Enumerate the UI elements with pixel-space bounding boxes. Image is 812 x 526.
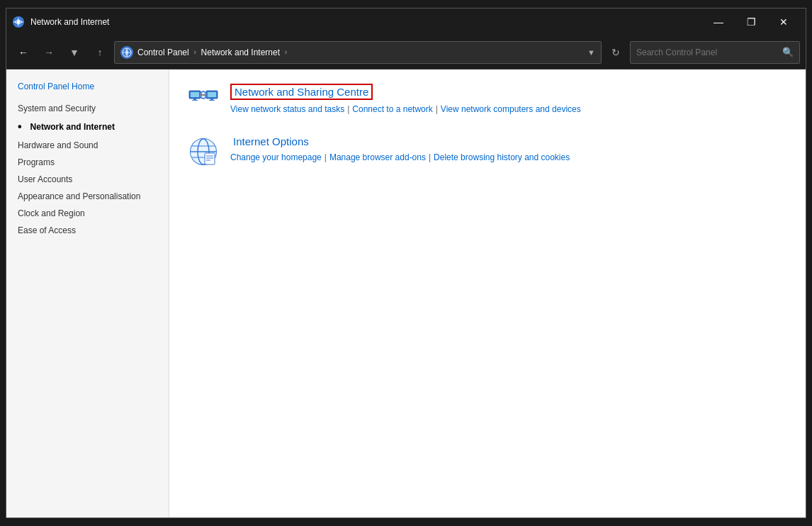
up-button[interactable]: ↑ <box>89 41 111 64</box>
programs-link[interactable]: Programs <box>18 157 55 167</box>
svg-rect-4 <box>191 92 199 97</box>
separator-4: | <box>429 152 431 162</box>
sidebar-home-link[interactable]: Control Panel Home <box>6 78 169 100</box>
svg-rect-10 <box>209 100 215 101</box>
toolbar: ← → ▼ ↑ Control Panel › Network and Inte… <box>6 35 806 69</box>
clock-region-link[interactable]: Clock and Region <box>18 208 85 218</box>
view-status-link[interactable]: View network status and tasks <box>230 104 344 114</box>
forward-button[interactable]: → <box>38 41 60 64</box>
sidebar-item-programs[interactable]: Programs <box>6 154 169 171</box>
address-path: Control Panel › Network and Internet › <box>137 47 287 57</box>
svg-rect-5 <box>193 99 196 100</box>
view-computers-link[interactable]: View network computers and devices <box>441 104 581 114</box>
internet-options-links: Change your homepage | Manage browser ad… <box>230 152 789 162</box>
ease-of-access-link[interactable]: Ease of Access <box>18 225 76 235</box>
sidebar-item-system-security[interactable]: System and Security <box>6 100 169 117</box>
address-bar[interactable]: Control Panel › Network and Internet › ▼ <box>114 41 602 64</box>
category-internet-options: Internet Options Change your homepage | … <box>186 135 789 169</box>
search-box: 🔍 <box>630 41 800 64</box>
sidebar-item-user-accounts[interactable]: User Accounts <box>6 171 169 188</box>
minimize-button[interactable]: — <box>702 11 735 33</box>
refresh-button[interactable]: ↻ <box>604 41 627 64</box>
change-homepage-link[interactable]: Change your homepage <box>230 152 322 162</box>
sidebar-item-clock-region[interactable]: Clock and Region <box>6 205 169 222</box>
maximize-button[interactable]: ❐ <box>735 11 767 33</box>
hardware-sound-link[interactable]: Hardware and Sound <box>18 140 98 150</box>
address-dropdown-icon[interactable]: ▼ <box>587 48 595 57</box>
main-content: Network and Sharing Centre View network … <box>169 69 806 517</box>
connect-network-link[interactable]: Connect to a network <box>352 104 432 114</box>
search-input[interactable] <box>636 47 778 57</box>
separator-2: | <box>436 104 438 114</box>
sidebar: Control Panel Home System and Security N… <box>6 69 169 517</box>
sidebar-item-hardware-sound[interactable]: Hardware and Sound <box>6 137 169 154</box>
network-sharing-details: Network and Sharing Centre View network … <box>230 84 789 114</box>
delete-history-link[interactable]: Delete browsing history and cookies <box>434 152 570 162</box>
network-sharing-title[interactable]: Network and Sharing Centre <box>230 84 373 100</box>
internet-options-details: Internet Options Change your homepage | … <box>230 135 789 162</box>
chevron-2: › <box>283 48 287 56</box>
sidebar-item-appearance[interactable]: Appearance and Personalisation <box>6 188 169 205</box>
window-controls: — ❐ ✕ <box>702 11 800 33</box>
svg-rect-9 <box>210 99 213 100</box>
control-panel-home-link[interactable]: Control Panel Home <box>18 82 94 91</box>
appearance-link[interactable]: Appearance and Personalisation <box>18 191 140 201</box>
content-area: Control Panel Home System and Security N… <box>6 69 806 517</box>
window-icon <box>12 16 25 28</box>
user-accounts-link[interactable]: User Accounts <box>18 174 72 184</box>
svg-rect-21 <box>205 153 215 164</box>
sidebar-item-network-internet[interactable]: Network and Internet <box>6 117 169 137</box>
address-icon <box>120 46 133 59</box>
sidebar-item-ease-of-access[interactable]: Ease of Access <box>6 222 169 239</box>
chevron-1: › <box>192 48 198 56</box>
close-button[interactable]: ✕ <box>767 11 800 33</box>
separator-3: | <box>325 152 327 162</box>
svg-rect-6 <box>192 100 198 101</box>
separator-1: | <box>347 104 349 114</box>
path-control-panel: Control Panel <box>137 47 189 57</box>
title-bar-left: Network and Internet <box>12 16 109 28</box>
manage-addons-link[interactable]: Manage browser add-ons <box>329 152 426 162</box>
path-network-internet: Network and Internet <box>201 47 280 57</box>
window-title: Network and Internet <box>30 17 109 27</box>
svg-rect-8 <box>208 92 216 97</box>
internet-options-icon <box>186 135 220 169</box>
title-bar: Network and Internet — ❐ ✕ <box>6 9 806 35</box>
internet-options-title[interactable]: Internet Options <box>230 135 312 148</box>
recent-button[interactable]: ▼ <box>63 41 86 64</box>
network-sharing-links: View network status and tasks | Connect … <box>230 104 789 114</box>
network-internet-label: Network and Internet <box>30 122 115 132</box>
network-sharing-icon <box>186 84 220 118</box>
search-icon[interactable]: 🔍 <box>782 47 794 57</box>
system-security-link[interactable]: System and Security <box>18 103 96 113</box>
main-window: Network and Internet — ❐ ✕ ← → ▼ ↑ Contr… <box>6 8 806 518</box>
category-network-sharing: Network and Sharing Centre View network … <box>186 84 789 118</box>
back-button[interactable]: ← <box>12 41 35 64</box>
